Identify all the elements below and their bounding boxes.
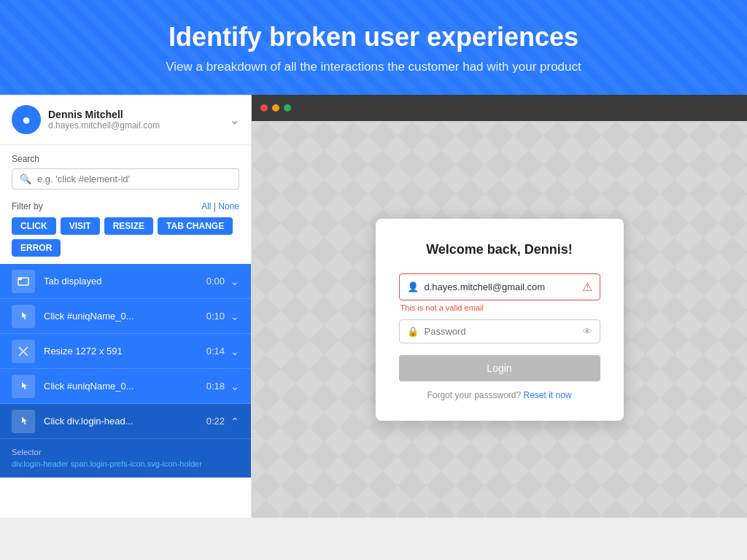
filter-btn-click[interactable]: CLICK [12,217,56,235]
forgot-password-text: Forgot your passsword? Reset it now [399,390,600,400]
search-icon: 🔍 [20,174,31,184]
browser-preview: Welcome back, Dennis! 👤 ⚠ This is not a … [252,95,747,518]
browser-content: Welcome back, Dennis! 👤 ⚠ This is not a … [252,121,747,518]
hero-subtitle: View a breakdown of all the interactions… [15,60,732,74]
filter-btn-resize[interactable]: RESIZE [104,217,153,235]
filter-label: Filter by [12,201,43,211]
password-field[interactable] [425,326,583,337]
chevron-right-icon: ⌄ [231,276,239,287]
email-error-msg: This is not a valid email [399,303,600,312]
resize-icon [18,346,29,357]
event-time-click-3: 0:22 [206,416,225,427]
filter-btn-visit[interactable]: VISIT [61,217,100,235]
chevron-up-icon: ⌃ [231,416,239,427]
user-profile[interactable]: ● Dennis Mitchell d.hayes.mitchell@gmail… [0,95,251,145]
forgot-label: Forgot your passsword? [427,390,521,400]
lock-icon: 🔒 [407,326,419,337]
chevron-right-icon-3: ⌄ [231,346,239,357]
filter-header: Filter by All | None [12,201,239,211]
search-label: Search [12,154,239,164]
hero-title: Identify broken user experiences [15,22,732,52]
user-email: d.hayes.mitchell@gmail.com [48,120,230,131]
login-title: Welcome back, Dennis! [399,242,600,257]
selector-label: Selector [12,448,239,456]
hero-banner: Identify broken user experiences View a … [0,0,747,95]
reset-link[interactable]: Reset it now [524,390,572,400]
svg-rect-1 [18,278,22,280]
filter-btn-tab-change[interactable]: TAB CHANGE [158,217,233,235]
email-field[interactable] [425,281,582,292]
eye-icon[interactable]: 👁 [583,326,592,337]
error-icon: ⚠ [582,280,592,294]
browser-dot-yellow [272,104,279,112]
password-field-wrap: 🔒 👁 [399,319,600,343]
event-time-click-2: 0:18 [206,381,225,392]
click-icon-3 [18,416,29,427]
filter-section: Filter by All | None CLICK VISIT RESIZE … [0,195,251,264]
search-section: Search 🔍 [0,145,251,195]
click-icon-2 [18,381,29,392]
events-list: Tab displayed 0:00 ⌄ Click #uniqName_0..… [0,264,251,518]
email-field-wrap: 👤 ⚠ [399,273,600,300]
avatar: ● [12,105,41,134]
event-item-click-3[interactable]: Click div.login-head... 0:22 ⌃ [0,404,251,439]
event-time-click-1: 0:10 [206,311,225,322]
user-icon: ● [22,112,31,128]
login-modal: Welcome back, Dennis! 👤 ⚠ This is not a … [376,219,624,421]
tab-icon [18,276,29,287]
login-button[interactable]: Login [399,355,600,381]
chevron-down-icon[interactable]: ⌄ [230,113,239,127]
event-item-resize[interactable]: Resize 1272 x 591 0:14 ⌄ [0,334,251,369]
event-item-click-2[interactable]: Click #uniqName_0... 0:18 ⌄ [0,369,251,404]
user-info: Dennis Mitchell d.hayes.mitchell@gmail.c… [48,109,230,131]
event-icon-click-2 [12,375,35,398]
selector-value: div.login-header span.login-prefs-icon.s… [12,459,239,468]
chevron-right-icon-4: ⌄ [231,381,239,392]
click-icon [18,311,29,322]
event-label-tab: Tab displayed [44,276,206,287]
event-label-resize: Resize 1272 x 591 [44,346,206,357]
browser-dot-green [284,104,291,112]
event-icon-click-1 [12,305,35,328]
filter-btn-error[interactable]: ERROR [12,239,61,257]
event-label-click-1: Click #uniqName_0... [44,311,206,322]
event-icon-tab [12,270,35,293]
event-icon-click-3 [12,410,35,433]
filter-all-link[interactable]: All [201,201,211,211]
search-input-wrap: 🔍 [12,168,239,190]
event-item-click-1[interactable]: Click #uniqName_0... 0:10 ⌄ [0,299,251,334]
browser-dot-red [260,104,268,112]
main-layout: ● Dennis Mitchell d.hayes.mitchell@gmail… [0,95,747,518]
filter-links: All | None [201,201,239,211]
event-detail: Selector div.login-header span.login-pre… [0,439,251,478]
event-item-tab-displayed[interactable]: Tab displayed 0:00 ⌄ [0,264,251,299]
event-time-resize: 0:14 [206,346,225,357]
filter-none-link[interactable]: None [218,201,239,211]
user-field-icon: 👤 [407,281,419,292]
browser-chrome [252,95,747,121]
event-label-click-3: Click div.login-head... [44,416,206,427]
sidebar: ● Dennis Mitchell d.hayes.mitchell@gmail… [0,95,252,518]
event-time-tab: 0:00 [206,276,225,287]
search-input[interactable] [37,174,231,184]
chevron-right-icon-2: ⌄ [231,311,239,322]
event-icon-resize [12,340,35,363]
user-name: Dennis Mitchell [48,109,230,120]
event-label-click-2: Click #uniqName_0... [44,381,206,392]
filter-buttons: CLICK VISIT RESIZE TAB CHANGE ERROR [12,217,239,257]
